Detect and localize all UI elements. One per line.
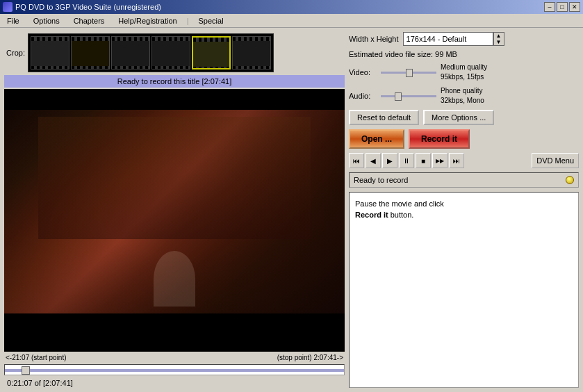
play-button[interactable]: ▶ [382,153,397,168]
video-area [4,89,345,352]
reset-options-row: Reset to default More Options ... [349,110,579,125]
audio-label: Audio: [349,92,377,100]
audio-slider-line [381,95,436,97]
video-slider[interactable] [381,67,436,78]
minimize-button[interactable]: – [544,2,555,12]
info-bold-text: Record it [355,211,388,219]
size-label: Width x Height [349,35,399,43]
size-spinner[interactable]: ▲ ▼ [493,32,504,46]
title-text: PQ DVD to 3GP Video Suite (unregistered) [15,3,161,11]
filmstrip-row: Crop: [4,32,345,74]
size-combo[interactable]: 176x144 - Default [403,32,493,46]
status-bar-blue: Ready to record this title [2:07:41] [4,75,345,88]
time-text: 0:21:07 of [2:07:41] [7,379,73,387]
video-quality: Medium quality [441,63,487,72]
black-bar-top [4,89,345,110]
crop-label: Crop: [4,49,25,57]
skip-back-button[interactable]: ⏮ [349,153,364,168]
app-icon [3,2,13,12]
close-button[interactable]: ✕ [569,2,580,12]
video-slider-handle[interactable] [406,69,413,77]
menu-help[interactable]: Help/Registration [114,15,181,26]
menu-file[interactable]: File [3,15,24,26]
film-frame-2[interactable] [71,36,110,70]
scene-area [4,110,345,313]
info-line1: Pause the movie and click [355,198,573,209]
black-bar-bottom [4,313,345,352]
quality-section: Video: Medium quality 95kbps, 15fps Audi… [349,63,579,106]
info-box: Pause the movie and click Record it butt… [349,192,579,388]
menu-bar: File Options Chapters Help/Registration … [0,14,583,28]
pause-button[interactable]: ⏸ [399,153,414,168]
video-slider-line [381,72,436,74]
skip-forward-button[interactable]: ⏭ [449,153,464,168]
audio-slider[interactable] [381,90,436,101]
right-panel: Width x Height 176x144 - Default ▲ ▼ Est… [349,32,579,388]
size-row: Width x Height 176x144 - Default ▲ ▼ [349,32,579,46]
reset-to-default-button[interactable]: Reset to default [349,110,419,125]
timeline-track [5,369,344,372]
menu-options[interactable]: Options [29,15,64,26]
info-text-2: button. [388,211,414,219]
stop-button[interactable]: ■ [416,153,431,168]
status-text: Ready to record this title [2:07:41] [117,77,231,85]
ready-status: Ready to record [354,176,408,184]
open-record-row: Open ... Record it [349,129,579,149]
left-panel: Crop: [4,32,345,388]
step-forward-button[interactable]: ▶▶ [432,153,447,168]
film-frame-6[interactable] [232,36,271,70]
transport-row: ⏮ ◀ ▶ ⏸ ■ ▶▶ ⏭ DVD Menu [349,153,579,168]
audio-details: 32kbps, Mono [441,96,484,106]
timeline-thumb[interactable] [22,366,30,375]
timeline-slider[interactable] [4,364,345,375]
menu-separator: | [187,17,189,25]
info-line2: Record it button. [355,209,573,220]
audio-quality-desc: Phone quality 32kbps, Mono [441,86,484,106]
ready-bar: Ready to record [349,172,579,188]
audio-slider-handle[interactable] [395,92,402,101]
film-frame-4[interactable] [151,36,190,70]
record-button[interactable]: Record it [409,129,470,149]
video-details: 95kbps, 15fps [441,72,487,82]
video-quality-row: Video: Medium quality 95kbps, 15fps [349,63,579,82]
film-frame-5[interactable] [192,36,231,70]
maximize-button[interactable]: □ [557,2,568,12]
ready-dot [566,176,574,184]
stop-label: (stop point) 2:07:41-> [277,353,343,363]
filmstrip [28,33,274,72]
audio-quality: Phone quality [441,86,484,96]
open-button[interactable]: Open ... [349,129,404,149]
timeline-labels: <-21:07 (start point) (stop point) 2:07:… [4,353,345,363]
video-quality-desc: Medium quality 95kbps, 15fps [441,63,487,82]
menu-chapters[interactable]: Chapters [69,15,109,26]
more-options-button[interactable]: More Options ... [423,110,494,125]
video-label: Video: [349,68,377,76]
start-label: <-21:07 (start point) [6,353,67,363]
title-bar: PQ DVD to 3GP Video Suite (unregistered)… [0,0,583,14]
main-content: Crop: [0,28,583,392]
audio-quality-row: Audio: Phone quality 32kbps, Mono [349,86,579,106]
info-text-1: Pause the movie and click [355,199,444,208]
estimated-text: Estimated video file size: 99 MB [349,50,457,58]
film-frame-1[interactable] [31,36,69,70]
size-value: 176x144 - Default [407,35,467,43]
spin-up[interactable]: ▲ [494,33,504,39]
time-display: 0:21:07 of [2:07:41] [4,378,345,388]
menu-special[interactable]: Special [195,15,228,26]
estimated-size: Estimated video file size: 99 MB [349,50,579,58]
spin-down[interactable]: ▼ [494,39,504,45]
step-back-button[interactable]: ◀ [366,153,381,168]
film-frame-3[interactable] [111,36,150,70]
dvd-menu-button[interactable]: DVD Menu [532,153,579,168]
